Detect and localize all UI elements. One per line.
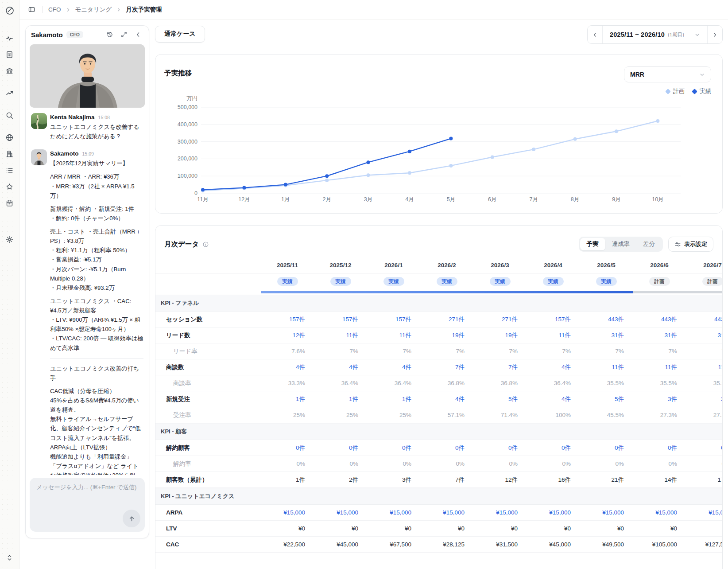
table-cell[interactable]: ¥15,000 <box>527 509 580 516</box>
table-cell[interactable]: 5件 <box>580 395 633 403</box>
table-cell: 0% <box>686 460 723 467</box>
calendar-icon[interactable] <box>4 197 16 209</box>
tab-達成率[interactable]: 達成率 <box>605 238 637 250</box>
table-cell[interactable]: 4件 <box>527 395 580 403</box>
list-icon[interactable] <box>4 164 16 176</box>
table-cell[interactable]: ¥15,000 <box>314 509 367 516</box>
table-cell[interactable]: 0件 <box>686 444 723 452</box>
next-period-button[interactable] <box>708 26 722 43</box>
trending-up-icon[interactable] <box>4 87 16 99</box>
table-cell: 57.1% <box>420 412 473 418</box>
table-cell[interactable]: 4件 <box>527 363 580 371</box>
table-cell[interactable]: 0件 <box>367 444 420 452</box>
scenario-button[interactable]: 通常ケース <box>155 26 205 43</box>
table-cell[interactable]: ¥15,000 <box>261 509 314 516</box>
table-cell[interactable]: 3件 <box>633 395 686 403</box>
table-cell[interactable]: 443件 <box>580 316 633 323</box>
table-cell[interactable]: 31件 <box>686 331 723 339</box>
table-cell[interactable]: 11件 <box>580 363 633 371</box>
table-cell[interactable]: 11件 <box>314 331 367 339</box>
row-label: 受注率 <box>155 411 261 419</box>
table-cell[interactable]: 31件 <box>580 331 633 339</box>
tab-差分[interactable]: 差分 <box>636 238 662 250</box>
collapse-panel-icon[interactable] <box>133 29 143 40</box>
period-range-label: 2025/11 ~ 2026/10 <box>610 31 665 38</box>
table-cell[interactable]: 0件 <box>420 444 473 452</box>
star-icon[interactable] <box>4 180 16 193</box>
table-cell[interactable]: ¥15,000 <box>686 509 723 516</box>
table-cell[interactable]: 11件 <box>527 331 580 339</box>
table-cell[interactable]: 7件 <box>473 363 527 371</box>
panel-left-toggle-icon[interactable] <box>26 4 37 16</box>
table-cell: ¥67,500 <box>367 541 420 548</box>
table-cell: 1件 <box>261 476 314 484</box>
table-cell: 25% <box>261 412 314 418</box>
table-cell[interactable]: 271件 <box>420 316 473 323</box>
building-icon[interactable] <box>4 148 16 160</box>
table-cell[interactable]: 157件 <box>367 316 420 323</box>
table-cell[interactable]: 5件 <box>473 395 527 403</box>
table-cell: 3件 <box>367 476 420 484</box>
search-icon[interactable] <box>4 109 16 121</box>
chat-message-input[interactable]: メッセージを入力... (⌘+Enter で送信) <box>30 478 145 532</box>
table-cell[interactable]: 19件 <box>420 331 473 339</box>
table-cell[interactable]: 1件 <box>261 395 314 403</box>
svg-text:7月: 7月 <box>529 196 538 203</box>
table-cell[interactable]: 11件 <box>686 363 723 371</box>
table-cell[interactable]: 4件 <box>261 363 314 371</box>
table-cell[interactable]: 271件 <box>473 316 527 323</box>
bank-icon[interactable] <box>4 65 16 77</box>
globe-icon[interactable] <box>4 131 16 144</box>
table-cell[interactable]: 0件 <box>580 444 633 452</box>
info-icon[interactable] <box>202 241 209 248</box>
table-cell[interactable]: 443件 <box>633 316 686 323</box>
table-cell[interactable]: 7件 <box>420 363 473 371</box>
table-cell: ¥0 <box>473 525 527 532</box>
message-timestamp: 15:09 <box>82 151 94 156</box>
table-cell[interactable]: 12件 <box>261 331 314 339</box>
display-settings-button[interactable]: 表示設定 <box>668 237 713 252</box>
table-cell[interactable]: 3件 <box>686 395 723 403</box>
breadcrumb-item-monitoring[interactable]: モニタリング <box>75 6 112 14</box>
breadcrumb: CFO モニタリング 月次予実管理 <box>48 6 162 14</box>
table-cell[interactable]: 157件 <box>314 316 367 323</box>
table-cell[interactable]: 19件 <box>473 331 527 339</box>
table-cell[interactable]: 4件 <box>314 363 367 371</box>
calculator-icon[interactable] <box>4 48 16 61</box>
column-header: 2026/7 <box>686 262 723 269</box>
table-cell[interactable]: 11件 <box>633 363 686 371</box>
table-cell[interactable]: ¥15,000 <box>420 509 473 516</box>
table-cell[interactable]: 157件 <box>527 316 580 323</box>
table-cell[interactable]: ¥15,000 <box>367 509 420 516</box>
table-cell[interactable]: 0件 <box>473 444 527 452</box>
period-dropdown[interactable]: 2025/11 ~ 2026/10 (1期目) <box>602 26 708 43</box>
collapse-icon[interactable] <box>4 551 16 564</box>
table-cell[interactable]: 11件 <box>367 331 420 339</box>
message-author: Kenta Nakajima <box>50 114 95 121</box>
table-cell: 21件 <box>580 476 633 484</box>
table-cell[interactable]: 0件 <box>261 444 314 452</box>
expand-icon[interactable] <box>119 29 129 40</box>
table-cell[interactable]: ¥15,000 <box>633 509 686 516</box>
table-cell[interactable]: 4件 <box>420 395 473 403</box>
table-cell[interactable]: 157件 <box>261 316 314 323</box>
table-cell[interactable]: ¥15,000 <box>473 509 527 516</box>
send-message-button[interactable] <box>123 510 140 527</box>
tab-予実[interactable]: 予実 <box>580 238 605 250</box>
table-cell[interactable]: 31件 <box>633 331 686 339</box>
table-cell[interactable]: 0件 <box>527 444 580 452</box>
table-cell[interactable]: 0件 <box>633 444 686 452</box>
activity-icon[interactable] <box>4 32 16 44</box>
table-cell[interactable]: 4件 <box>367 363 420 371</box>
table-cell[interactable]: ¥15,000 <box>580 509 633 516</box>
breadcrumb-item-cfo[interactable]: CFO <box>48 6 61 13</box>
settings-icon[interactable] <box>4 233 16 246</box>
table-cell[interactable]: 1件 <box>314 395 367 403</box>
table-cell[interactable]: 1件 <box>367 395 420 403</box>
table-cell[interactable]: 443件 <box>686 316 723 323</box>
previous-period-button[interactable] <box>588 26 602 43</box>
metric-select[interactable]: MRR <box>624 66 711 82</box>
table-cell[interactable]: 0件 <box>314 444 367 452</box>
history-icon[interactable] <box>105 29 115 40</box>
logo-icon[interactable] <box>4 4 16 17</box>
